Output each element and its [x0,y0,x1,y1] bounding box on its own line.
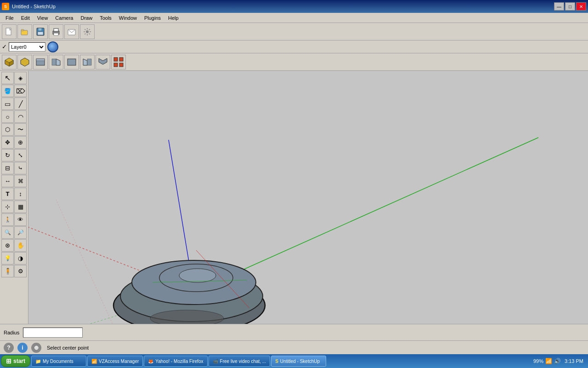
radius-toolbar: Radius [0,324,588,340]
menu-draw[interactable]: Draw [77,14,96,22]
offset-tool[interactable]: ⊟ [1,162,14,174]
paint-bucket-tool[interactable]: 🪣 [1,85,14,97]
taskbar-firefox[interactable]: 🦊 Yahoo! - Mozilla Firefox [144,356,207,367]
circle-tool[interactable]: ○ [1,110,14,123]
canvas-viewport[interactable] [28,71,588,324]
save-button[interactable] [33,24,48,39]
back-view-button[interactable] [64,55,79,69]
arc-tool[interactable]: ◠ [14,110,27,123]
menu-edit[interactable]: Edit [17,14,34,22]
window-controls: — □ ✕ [554,2,586,11]
svg-marker-18 [56,59,60,65]
menu-view[interactable]: View [34,14,52,22]
rotate-tool[interactable]: ↻ [1,149,14,161]
right-view-button[interactable] [49,55,63,69]
email-button[interactable] [64,24,79,39]
settings-button[interactable] [80,24,95,39]
component-tool[interactable]: ◈ [14,72,27,84]
left-view-button[interactable] [80,55,95,69]
main-toolbar [0,23,588,40]
polygon-tool[interactable]: ⬡ [1,123,14,136]
menu-help[interactable]: Help [164,14,182,22]
title-bar-left: S Untitled - SketchUp [2,3,56,10]
bottom-view-button[interactable] [96,55,110,69]
perspective-button[interactable] [111,55,126,69]
svg-point-10 [86,30,89,33]
taskbar-videochat[interactable]: 📹 Free live video chat, ... [209,356,271,367]
pan-tool[interactable]: ✋ [14,239,27,252]
taskbar-sketchup[interactable]: S Untitled - SketchUp [271,356,326,367]
iso-view-button[interactable] [2,55,17,69]
taskbar-mydocs[interactable]: 📁 My Documents [31,356,86,367]
menu-window[interactable]: Window [115,14,141,22]
menu-file[interactable]: File [2,14,17,22]
new-button[interactable] [2,24,17,39]
svg-rect-20 [68,59,76,65]
layer-checkmark: ✓ [2,43,7,50]
close-button[interactable]: ✕ [576,2,586,11]
orbit-tool[interactable]: ⊛ [1,239,14,252]
layer-icon [47,41,58,52]
zoom-tool[interactable]: 🔍 [1,226,14,239]
eraser-tool[interactable]: ⌦ [14,85,27,97]
svg-rect-8 [54,33,58,35]
line-tool[interactable]: ╱ [14,98,27,110]
dimension-tool[interactable]: ↕ [14,188,27,200]
menu-bar: File Edit View Camera Draw Tools Window … [0,13,588,23]
print-button[interactable] [49,24,63,39]
taskbar-vzaccess[interactable]: 📶 VZAccess Manager [87,356,143,367]
svg-rect-17 [36,59,45,61]
canvas-svg [28,71,588,324]
view-toolbar [0,53,588,71]
axes-tool[interactable]: ⊹ [1,201,14,213]
left-toolbar: ↖ ◈ 🪣 ⌦ ▭ ╱ ○ ◠ ⬡ 〜 ✥ ⊕ [0,71,28,324]
app-icon: S [2,3,9,10]
pushpull-tool[interactable]: ⊕ [14,136,27,149]
network-icon: 📶 [545,358,552,364]
freehand-tool[interactable]: 〜 [14,123,27,136]
light-tool[interactable]: 💡 [1,252,14,264]
taskbar-tray: 99% 📶 🔊 3:13 PM [533,358,587,364]
svg-rect-27 [119,63,123,67]
minimize-button[interactable]: — [554,2,564,11]
svg-marker-21 [83,59,87,65]
protractor-tool[interactable]: ⌘ [14,175,27,187]
menu-tools[interactable]: Tools [96,14,115,22]
layer-toolbar: ✓ Layer0 [0,40,588,53]
followme-tool[interactable]: ⤷ [14,162,27,174]
top-view-button[interactable] [17,55,32,69]
rectangle-tool[interactable]: ▭ [1,98,14,110]
info-button[interactable]: i [17,343,28,353]
person-tool[interactable]: 🧍 [1,265,14,277]
svg-rect-24 [114,58,118,61]
section-tool[interactable]: ▦ [14,201,27,213]
svg-rect-28 [28,71,588,324]
zoomextents-tool[interactable]: 🔎 [14,226,27,239]
help-button[interactable]: ? [4,343,14,353]
menu-plugins[interactable]: Plugins [141,14,164,22]
open-button[interactable] [17,24,32,39]
status-bar: ? i ⊕ Select center point [0,340,588,354]
walk-tool[interactable]: 🚶 [1,213,14,226]
svg-rect-26 [114,63,118,67]
scale-tool[interactable]: ⤡ [14,149,27,161]
shadow-tool[interactable]: ◑ [14,252,27,264]
front-view-button[interactable] [33,55,48,69]
lookat-tool[interactable]: 👁 [14,213,27,226]
add-button[interactable]: ⊕ [31,343,41,353]
tape-tool[interactable]: ↔ [1,175,14,187]
svg-rect-7 [54,29,58,31]
maximize-button[interactable]: □ [565,2,575,11]
text-tool[interactable]: T [1,188,14,200]
svg-marker-15 [21,58,29,66]
layer-dropdown[interactable]: Layer0 [9,42,45,52]
svg-rect-5 [38,32,43,35]
move-tool[interactable]: ✥ [1,136,14,149]
work-area: ↖ ◈ 🪣 ⌦ ▭ ╱ ○ ◠ ⬡ 〜 ✥ ⊕ [0,71,588,324]
window-title: Untitled - SketchUp [12,4,56,9]
menu-camera[interactable]: Camera [51,14,77,22]
component-search-tool[interactable]: ⚙ [14,265,27,277]
start-button[interactable]: ⊞ start [1,355,30,367]
select-tool[interactable]: ↖ [1,72,14,84]
radius-input[interactable] [23,328,83,338]
